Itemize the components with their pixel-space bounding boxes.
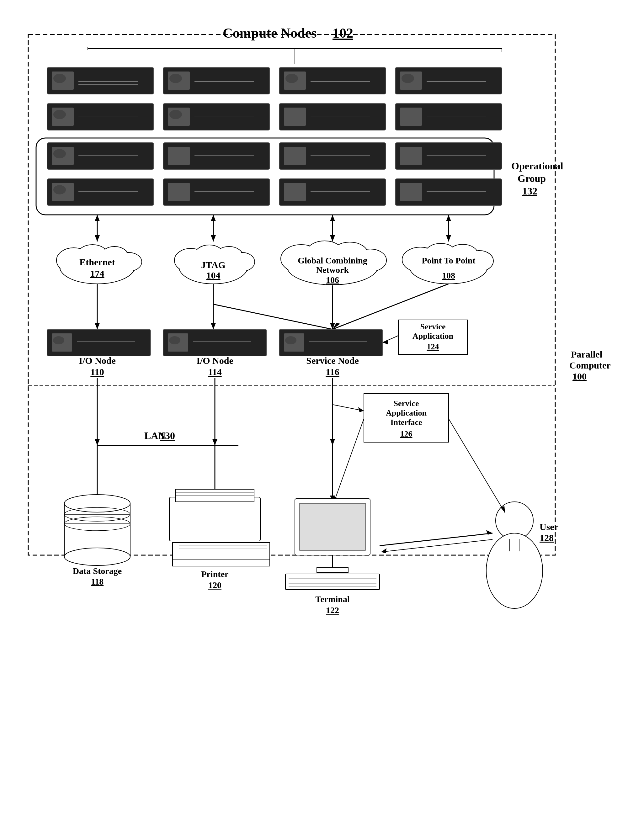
svg-point-69	[216, 247, 242, 266]
arrow-sai-to-terminal	[334, 419, 364, 502]
svg-marker-109	[212, 489, 218, 495]
server-4-3	[279, 179, 386, 205]
svg-point-28	[53, 149, 66, 158]
svg-marker-90	[211, 323, 216, 329]
svg-point-12	[285, 74, 298, 83]
svg-point-85	[403, 248, 438, 271]
svg-point-74	[354, 249, 386, 271]
server-2-1	[47, 104, 154, 130]
svg-marker-45	[95, 215, 100, 221]
svg-point-78	[332, 243, 367, 265]
svg-marker-104	[95, 439, 100, 445]
global-label: Global Combining	[298, 256, 367, 265]
svg-point-63	[194, 245, 224, 266]
svg-rect-20	[168, 107, 190, 126]
svg-marker-91	[330, 323, 335, 329]
data-storage-top	[64, 495, 130, 512]
printer-body	[169, 497, 261, 541]
svg-point-5	[53, 74, 66, 83]
lan-label: LAN	[144, 430, 166, 441]
svg-rect-36	[52, 183, 74, 201]
server-1-4	[395, 67, 502, 94]
svg-point-62	[175, 248, 207, 272]
server-2-3	[279, 104, 386, 130]
svg-point-82	[447, 244, 478, 266]
svg-point-65	[230, 253, 255, 271]
svg-point-66	[179, 250, 247, 283]
svg-point-71	[281, 245, 322, 273]
arrow-sai-to-user	[449, 419, 505, 513]
svg-rect-8	[168, 72, 190, 90]
global-cloud-main	[287, 248, 378, 285]
svg-rect-39	[168, 183, 190, 201]
svg-rect-123	[317, 568, 348, 572]
svg-point-81	[425, 244, 457, 266]
svg-point-21	[169, 110, 182, 119]
svg-point-64	[215, 247, 243, 267]
server-3-1	[47, 143, 154, 169]
lan-num: 130	[160, 430, 175, 441]
server-3-3	[279, 143, 386, 169]
svg-rect-41	[284, 183, 306, 201]
sai-label2: Application	[386, 408, 427, 417]
terminal-monitor	[295, 499, 370, 555]
terminal-keyboard	[285, 574, 380, 590]
svg-rect-118	[173, 552, 270, 560]
sai-label: Service	[394, 399, 419, 408]
svg-point-86	[425, 244, 456, 265]
svg-marker-103	[383, 339, 388, 344]
svg-point-55	[100, 247, 129, 267]
parallel-label: Parallel	[571, 349, 602, 359]
svg-point-53	[57, 248, 91, 273]
io-node-114-num: 114	[208, 366, 221, 377]
svg-point-68	[195, 245, 224, 266]
svg-point-18	[53, 110, 66, 119]
svg-point-114	[64, 507, 130, 521]
arrow-sa-to-sn	[383, 336, 399, 342]
jtag-num: 104	[206, 270, 221, 281]
svg-point-101	[285, 336, 296, 344]
svg-marker-92	[333, 323, 340, 329]
arrow-jtag-to-service-node	[213, 304, 333, 329]
svg-point-76	[281, 245, 321, 272]
svg-marker-108	[95, 495, 100, 502]
svg-rect-27	[52, 147, 74, 165]
svg-marker-106	[330, 439, 335, 445]
svg-point-67	[175, 249, 206, 271]
service-app-interface-box	[364, 394, 449, 442]
printer-output-tray	[173, 543, 270, 552]
terminal-screen	[300, 503, 365, 550]
parallel-num: 100	[572, 371, 587, 382]
svg-point-94	[53, 336, 64, 344]
terminal-label: Terminal	[315, 594, 350, 604]
svg-rect-4	[52, 72, 74, 90]
data-storage-num: 118	[91, 577, 104, 587]
svg-rect-32	[284, 147, 306, 165]
compute-nodes-label: Compute Nodes	[223, 25, 316, 41]
svg-rect-11	[284, 72, 306, 90]
svg-rect-14	[400, 72, 422, 90]
io-node-110-server	[47, 329, 150, 356]
svg-point-79	[354, 250, 386, 271]
svg-point-56	[115, 253, 142, 271]
svg-marker-49	[330, 215, 335, 221]
ethernet-cloud-main	[60, 249, 135, 284]
svg-point-15	[402, 74, 414, 83]
io-node-110-num: 110	[90, 366, 104, 377]
svg-rect-17	[52, 107, 74, 126]
diagram-container: Compute Nodes 102	[19, 12, 627, 803]
server-2-4	[395, 104, 502, 130]
svg-rect-127	[510, 539, 519, 551]
data-storage-body	[64, 503, 130, 557]
service-app-label2: Application	[412, 331, 454, 340]
server-4-1	[47, 179, 154, 205]
service-node-num: 116	[326, 366, 339, 377]
arrow-sn-to-sai	[333, 405, 364, 411]
svg-rect-119	[173, 560, 270, 566]
svg-point-115	[64, 517, 130, 531]
svg-point-58	[57, 248, 90, 272]
user-head	[495, 502, 533, 540]
service-app-num: 124	[427, 342, 439, 351]
global-num: 106	[326, 275, 339, 285]
service-app-label: Service	[420, 322, 446, 331]
